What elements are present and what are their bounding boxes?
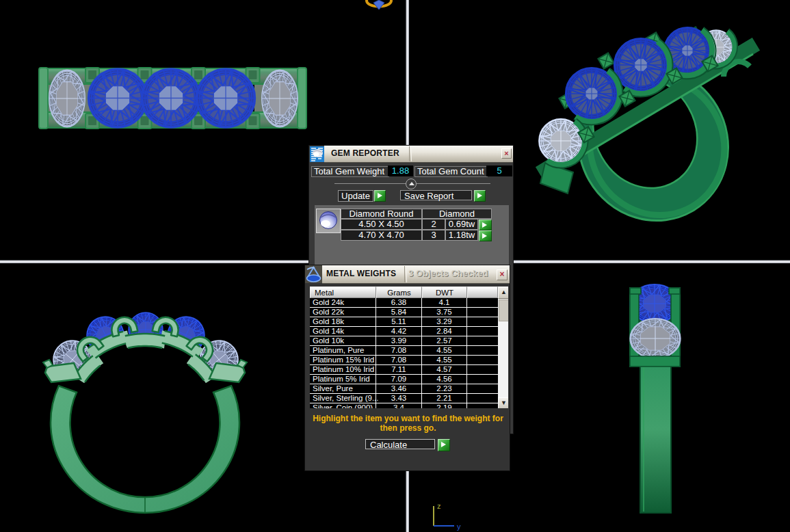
svg-text:y: y	[457, 522, 461, 531]
svg-text:z: z	[437, 502, 441, 510]
